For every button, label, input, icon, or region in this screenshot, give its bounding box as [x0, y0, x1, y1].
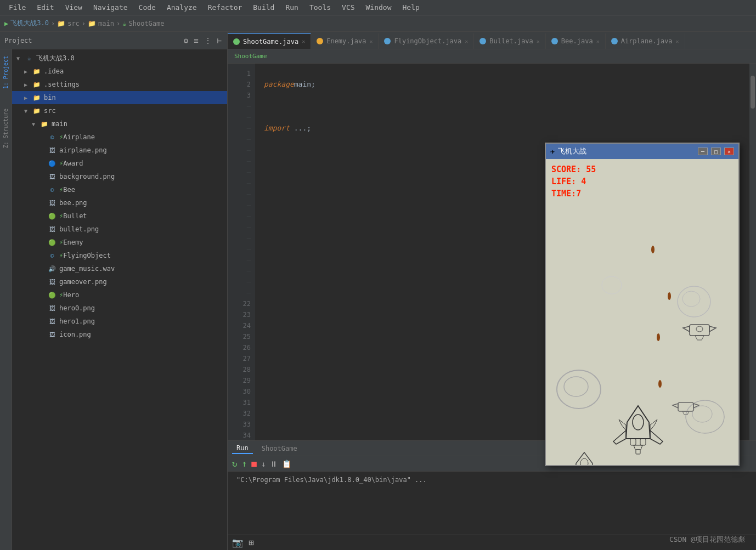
menubar-item-vcs[interactable]: VCS [337, 2, 359, 13]
collapse-icon[interactable]: ⊢ [216, 35, 223, 46]
file-path-label: ShootGame [234, 53, 267, 60]
tree-root-label: 飞机大战3.0 [36, 54, 75, 63]
menubar-item-navigate[interactable]: Navigate [89, 2, 132, 13]
tree-item-background[interactable]: 🖼 background.png [12, 170, 227, 183]
tree-item-hero1[interactable]: 🖼 hero1.png [12, 315, 227, 328]
enemy-tab-close[interactable]: ✕ [369, 38, 373, 44]
tree-item-bullet[interactable]: 🟢 ⚡ Bullet [12, 209, 227, 223]
airplane-tab-close[interactable]: ✕ [676, 38, 679, 44]
down-button[interactable]: ↓ [261, 460, 266, 468]
project-label: Project [4, 37, 32, 44]
menubar-item-tools[interactable]: Tools [305, 2, 335, 13]
plus-icon[interactable]: ⊞ [249, 537, 254, 548]
bullet-tab-label: Bullet.java [489, 37, 533, 45]
menubar-item-view[interactable]: View [61, 2, 87, 13]
breadcrumb-main[interactable]: main [98, 20, 114, 27]
tree-item-gameover[interactable]: 🖼 gameover.png [12, 275, 227, 288]
tree-item-src[interactable]: ▼ 📁 src [12, 104, 227, 117]
bottom-tab-shootgame[interactable]: ShootGame [257, 444, 302, 453]
bullet-class-icon: 🟢 [47, 213, 57, 220]
tree-item-hero0[interactable]: 🖼 hero0.png [12, 302, 227, 315]
menubar-item-refactor[interactable]: Refactor [204, 2, 247, 13]
svg-marker-18 [673, 404, 678, 408]
shootgame-tab-label: ShootGame.java [243, 38, 298, 46]
tree-item-bee[interactable]: © ⚡ Bee [12, 183, 227, 196]
dump-button[interactable]: 📋 [282, 460, 291, 468]
project-side-tab[interactable]: 1: Project [2, 52, 10, 93]
tree-item-bullet-png[interactable]: 🖼 bullet.png [12, 223, 227, 236]
tree-item-airplane[interactable]: © ⚡ Airplane [12, 131, 227, 144]
tab-enemy[interactable]: Enemy.java ✕ [311, 33, 379, 49]
tab-flyingobject[interactable]: FlyingObject.java ✕ [379, 33, 474, 49]
tree-item-flyingobject[interactable]: © ⚡ FlyingObject [12, 249, 227, 262]
bee-tab-close[interactable]: ✕ [596, 38, 600, 44]
tab-bullet[interactable]: Bullet.java ✕ [474, 33, 546, 49]
tree-item-main[interactable]: ▼ 📁 main [12, 117, 227, 131]
svg-point-4 [602, 276, 622, 294]
game-maximize-button[interactable]: □ [711, 148, 721, 155]
tab-airplane[interactable]: Airplane.java ✕ [606, 33, 685, 49]
run-up-button[interactable]: ↑ [242, 458, 247, 469]
airplane-tab-label: Airplane.java [621, 37, 673, 45]
run-command-text: "C:\Program Files\Java\jdk1.8.0_40\bin\j… [236, 476, 427, 484]
menubar-item-file[interactable]: File [4, 2, 30, 13]
tab-bee[interactable]: Bee.java ✕ [546, 33, 606, 49]
menubar-item-build[interactable]: Build [249, 2, 279, 13]
tree-item-enemy[interactable]: 🟢 ⚡ Enemy [12, 236, 227, 249]
gear-icon[interactable]: ≡ [193, 35, 199, 46]
tree-arrow: ▼ [16, 55, 24, 61]
menubar-item-run[interactable]: Run [281, 2, 302, 13]
tree-item-bin[interactable]: ▶ 📁 bin [12, 91, 227, 104]
airplane-tab-icon [611, 38, 618, 44]
tree-item-icon[interactable]: 🖼 icon.png [12, 328, 227, 341]
breadcrumb-project[interactable]: 飞机大战3.0 [10, 19, 49, 28]
tree-item-game-music[interactable]: 🔊 game_music.wav [12, 262, 227, 275]
bee-tab-icon [551, 38, 558, 44]
camera-icon[interactable]: 📷 [232, 537, 243, 548]
svg-rect-17 [678, 402, 693, 411]
tree-item-hero[interactable]: 🟢 ⚡ Hero [12, 288, 227, 302]
tree-item-bee-png[interactable]: 🖼 bee.png [12, 196, 227, 209]
breadcrumb-folder-icon: 📁 [57, 20, 65, 27]
breadcrumb: ▶ 飞机大战3.0 › 📁 src › 📁 main › ☕ ShootGame [0, 15, 756, 32]
game-title: 飞机大战 [558, 146, 695, 156]
tree-root[interactable]: ▼ ☕ 飞机大战3.0 [12, 52, 227, 65]
bottom-tab-run[interactable]: Run [232, 443, 253, 454]
rerun-button[interactable]: ↻ [232, 458, 238, 469]
breadcrumb-src[interactable]: src [67, 20, 80, 27]
menubar-item-help[interactable]: Help [398, 2, 424, 13]
svg-rect-25 [630, 439, 636, 445]
scrollbar-thumb[interactable] [751, 76, 755, 109]
shootgame-tab-close[interactable]: ✕ [302, 38, 305, 44]
game-window[interactable]: ✈ 飞机大战 ─ □ ✕ SCORE: 55 LIFE: 4 TIME:7 [545, 143, 740, 466]
pause-button[interactable]: ⏸ [270, 460, 278, 468]
enemy-class-icon: 🟢 [47, 239, 57, 246]
bullet-tab-close[interactable]: ✕ [537, 38, 540, 44]
hero0-icon: 🖼 [47, 305, 57, 312]
stop-button[interactable]: ■ [251, 458, 257, 469]
menubar-item-analyze[interactable]: Analyze [162, 2, 201, 13]
svg-marker-24 [650, 430, 663, 444]
flying-tab-close[interactable]: ✕ [465, 38, 468, 44]
menubar-item-window[interactable]: Window [362, 2, 396, 13]
tree-item-airplane-png[interactable]: 🖼 airplane.png [12, 144, 227, 157]
structure-side-tab[interactable]: Z: Structure [2, 104, 10, 152]
svg-marker-21 [626, 406, 650, 439]
main-folder-icon: 📁 [40, 121, 49, 128]
more-icon[interactable]: ⋮ [203, 35, 213, 46]
game-minimize-button[interactable]: ─ [698, 148, 708, 155]
settings-icon[interactable]: ⚙ [183, 35, 189, 46]
editor-scrollbar[interactable] [749, 64, 756, 440]
tree-item-idea[interactable]: ▶ 📁 .idea [12, 65, 227, 78]
menubar-item-edit[interactable]: Edit [32, 2, 58, 13]
enemy-plane-1 [683, 325, 716, 340]
game-close-button[interactable]: ✕ [724, 148, 734, 155]
award-class-icon: 🔵 [47, 160, 57, 167]
breadcrumb-file[interactable]: ShootGame [128, 20, 164, 27]
tree-item-award[interactable]: 🔵 ⚡ Award [12, 157, 227, 170]
bee-png-icon: 🖼 [47, 200, 57, 207]
tree-item-settings[interactable]: ▶ 📁 .settings [12, 78, 227, 91]
tab-shootgame[interactable]: ShootGame.java ✕ [228, 33, 311, 49]
menubar-item-code[interactable]: Code [134, 2, 160, 13]
svg-marker-13 [683, 326, 690, 332]
